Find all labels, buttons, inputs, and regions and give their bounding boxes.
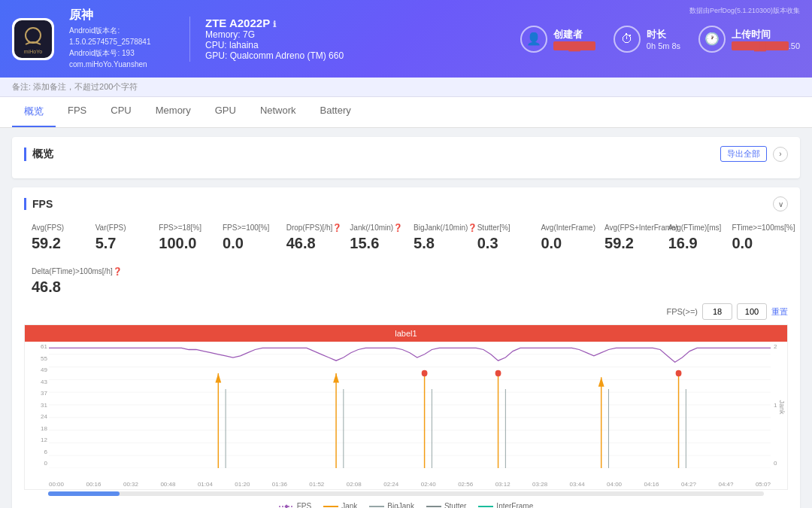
fps-collapse-button[interactable]: ∨ [773, 196, 788, 211]
svg-point-25 [676, 370, 682, 376]
chart-legend: FPS Jank BigJank Stutter InterFrame [24, 499, 788, 508]
legend-interframe: InterFrame [478, 502, 533, 508]
svg-rect-33 [284, 504, 289, 508]
jank-axis-label: Jank [778, 400, 786, 414]
fps-stat-cell: BigJank(/10min)❓5.8 [406, 219, 470, 257]
legend-bigjank: BigJank [369, 502, 414, 508]
header-divider [189, 17, 190, 62]
chart-label-bar: label1 [25, 325, 787, 342]
delta-label: Delta(FTime)>100ms[/h]❓ [32, 267, 780, 275]
upload-icon: 🕐 [698, 26, 726, 53]
duration-text: 时长 0h 5m 8s [647, 28, 680, 50]
fps-stat-cell: FPS>=100[%]0.0 [215, 219, 279, 257]
duration-value: 0h 5m 8s [647, 41, 680, 50]
jank-legend-line [323, 506, 338, 507]
app-version-label: Android版本名: 1.5.0.2574575_2578841 Androi… [69, 25, 174, 70]
fps-stat-cell: FTime>=100ms[%]0.0 [724, 219, 788, 257]
upload-value: ██.50 [732, 41, 800, 50]
overview-title: 概览 [24, 148, 53, 161]
export-all-button[interactable]: 导出全部 [720, 146, 767, 162]
svg-marker-15 [215, 373, 221, 383]
header-stats: 👤 创建者 ██ ⏱ 时长 0h 5m 8s 🕐 上传时间 [359, 26, 800, 53]
legend-stutter: Stutter [426, 502, 466, 508]
svg-marker-17 [333, 373, 339, 383]
upload-text: 上传时间 ██.50 [732, 28, 800, 50]
tab-network[interactable]: Network [248, 97, 308, 127]
duration-stat: ⏱ 时长 0h 5m 8s [614, 26, 680, 53]
tab-memory[interactable]: Memory [144, 97, 203, 127]
nav-tabs: 概览 FPS CPU Memory GPU Network Battery [0, 97, 812, 128]
creator-value: ██ [553, 41, 595, 50]
chart-reset-button[interactable]: 重置 [771, 306, 788, 318]
tab-battery[interactable]: Battery [308, 97, 363, 127]
overview-section: 概览 导出全部 › [12, 137, 800, 178]
app-header: 数据由PerfDog(5.1.210300)版本收集 miHoYo 原神 And… [0, 0, 812, 78]
y-axis-left: 61 55 49 43 37 31 24 18 12 6 0 [25, 342, 49, 468]
chart-scrollbar[interactable] [48, 491, 764, 496]
fps-stat-cell: Var(FPS)5.7 [88, 219, 152, 257]
fps-chart: label1 61 55 49 43 37 31 24 18 12 6 0 [24, 324, 788, 490]
tab-overview[interactable]: 概览 [12, 97, 56, 127]
fps-stat-cell: Avg(FPS)59.2 [24, 219, 88, 257]
main-content: 概览 导出全部 › FPS ∨ Avg(FPS)59.2Var(FPS)5.7F… [0, 128, 812, 508]
chart-scrollbar-thumb[interactable] [48, 491, 120, 496]
tab-gpu[interactable]: GPU [203, 97, 248, 127]
creator-text: 创建者 ██ [553, 28, 595, 50]
note-bar: 备注: 添加备注，不超过200个字符 [0, 78, 812, 97]
tab-fps[interactable]: FPS [56, 97, 98, 127]
fps-ge-label: FPS(>=) [666, 307, 698, 316]
fps-delta-row: Delta(FTime)>100ms[/h]❓ 46.8 [24, 264, 788, 303]
upload-label: 上传时间 [732, 28, 800, 41]
fps-stat-cell: Avg(InterFrame)0.0 [533, 219, 597, 257]
perfdog-note: 数据由PerfDog(5.1.210300)版本收集 [689, 6, 800, 16]
fps-title: FPS [24, 198, 53, 210]
fps-threshold-2[interactable] [737, 303, 767, 320]
chart-svg [49, 342, 771, 468]
upload-stat: 🕐 上传时间 ██.50 [698, 26, 800, 53]
creator-icon: 👤 [520, 26, 547, 53]
creator-stat: 👤 创建者 ██ [520, 26, 595, 53]
device-info: ZTE A2022P ℹ Memory: 7G CPU: lahaina GPU… [205, 17, 344, 61]
overview-actions: 导出全部 › [720, 146, 788, 162]
tab-cpu[interactable]: CPU [98, 97, 143, 127]
fps-stat-cell: Stutter[%]0.3 [470, 219, 534, 257]
fps-stat-cell: Avg(FPS+InterFrame)59.2 [597, 219, 661, 257]
svg-point-19 [422, 370, 428, 376]
fps-stat-cell: Drop(FPS)[/h]❓46.8 [279, 219, 343, 257]
stutter-legend-line [426, 506, 441, 507]
fps-chart-wrapper: FPS label1 61 55 49 43 37 31 24 18 12 [24, 324, 788, 508]
device-details: Memory: 7G CPU: lahaina GPU: Qualcomm Ad… [205, 29, 344, 61]
delta-value: 46.8 [32, 278, 780, 296]
device-name: ZTE A2022P ℹ [205, 17, 344, 29]
bigjank-legend-line [369, 506, 384, 507]
fps-threshold-1[interactable] [702, 303, 732, 320]
duration-label: 时长 [647, 28, 680, 41]
fps-section: FPS ∨ Avg(FPS)59.2Var(FPS)5.7FPS>=18[%]1… [12, 187, 800, 508]
svg-point-21 [495, 370, 501, 376]
fps-legend-icon [279, 503, 294, 509]
fps-header: FPS ∨ [24, 196, 788, 211]
app-icon: miHoYo [12, 18, 54, 60]
fps-stat-cell: Jank(/10min)❓15.6 [342, 219, 406, 257]
fps-stat-cell: FPS>=18[%]100.0 [151, 219, 215, 257]
overview-collapse-button[interactable]: › [773, 147, 788, 162]
svg-marker-23 [598, 377, 604, 387]
svg-text:miHoYo: miHoYo [24, 49, 42, 54]
duration-icon: ⏱ [614, 26, 641, 53]
chart-label-text: label1 [395, 329, 417, 338]
fps-stat-cell: Avg(FTime)[ms]16.9 [661, 219, 725, 257]
overview-header: 概览 导出全部 › [24, 146, 788, 162]
chart-controls: FPS(>=) 重置 [24, 303, 788, 320]
creator-label: 创建者 [553, 28, 595, 41]
legend-jank: Jank [323, 502, 357, 508]
app-name: 原神 [69, 8, 174, 23]
legend-fps: FPS [279, 502, 311, 508]
app-info: 原神 Android版本名: 1.5.0.2574575_2578841 And… [69, 8, 174, 70]
fps-stats-grid: Avg(FPS)59.2Var(FPS)5.7FPS>=18[%]100.0FP… [24, 219, 788, 257]
x-axis-labels: 00:00 00:16 00:32 00:48 01:04 01:20 01:3… [49, 481, 771, 488]
note-placeholder: 备注: 添加备注，不超过200个字符 [12, 82, 138, 91]
interframe-legend-line [478, 506, 493, 507]
